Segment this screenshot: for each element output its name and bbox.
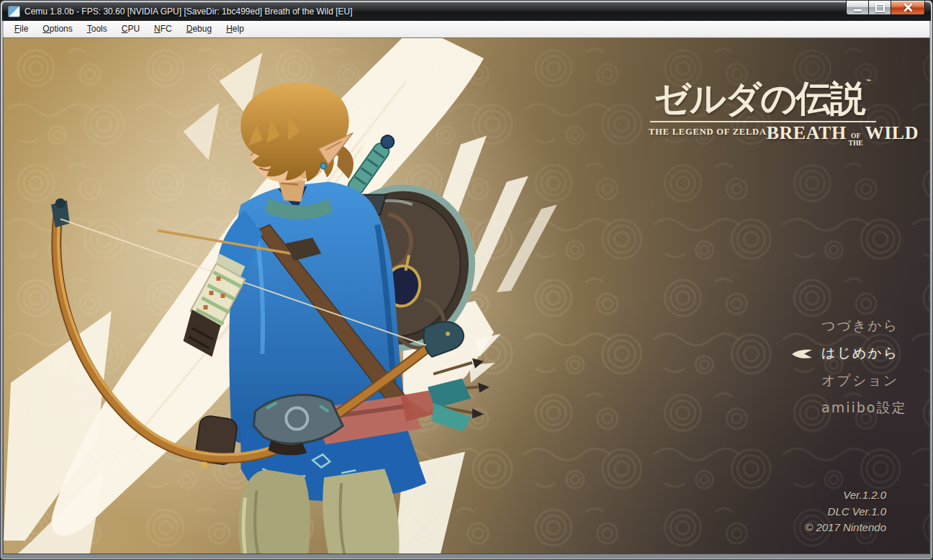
- menu-item-new-game[interactable]: はじめから: [821, 340, 906, 367]
- menu-item-continue[interactable]: つづきから: [821, 312, 906, 340]
- close-button[interactable]: [891, 1, 925, 15]
- menu-tools[interactable]: Tools: [80, 22, 114, 36]
- titlebar[interactable]: Cemu 1.8.0b - FPS: 30.60 [NVIDIA GPU] [S…: [2, 2, 931, 21]
- window-controls: [847, 1, 925, 15]
- version-info: Ver.1.2.0 DLC Ver.1.0 © 2017 Nintendo: [805, 487, 886, 536]
- game-version: Ver.1.2.0: [805, 487, 886, 504]
- title-menu: つづきから はじめから オプション amiibo設定: [821, 312, 906, 422]
- menu-nfc[interactable]: NFC: [147, 22, 179, 36]
- menu-options[interactable]: Options: [35, 22, 79, 36]
- game-logo: ゼルダの伝説™ THE LEGEND OF ZELDA BREATH OFTHE…: [649, 78, 878, 148]
- game-viewport: ゼルダの伝説™ THE LEGEND OF ZELDA BREATH OFTHE…: [4, 38, 929, 554]
- menu-file[interactable]: File: [7, 22, 35, 36]
- selection-cursor-icon: [791, 348, 813, 360]
- minimize-icon: [854, 9, 862, 12]
- cemu-window: Cemu 1.8.0b - FPS: 30.60 [NVIDIA GPU] [S…: [0, 0, 933, 560]
- menu-cpu[interactable]: CPU: [114, 22, 147, 36]
- minimize-button[interactable]: [846, 1, 869, 15]
- window-title: Cemu 1.8.0b - FPS: 30.60 [NVIDIA GPU] [S…: [24, 6, 353, 17]
- menubar: File Options Tools CPU NFC Debug Help: [4, 21, 929, 37]
- maximize-icon: [875, 4, 885, 12]
- menu-help[interactable]: Help: [219, 22, 251, 36]
- logo-breath: BREATH: [767, 124, 847, 143]
- menu-item-amiibo-settings[interactable]: amiibo設定: [821, 394, 906, 422]
- logo-of-the: OFTHE: [849, 133, 863, 148]
- logo-trademark: ™: [865, 78, 872, 86]
- logo-wild: WILD: [865, 124, 919, 143]
- logo-title-jp: ゼルダの伝説™: [649, 78, 878, 119]
- menu-item-options[interactable]: オプション: [821, 367, 906, 394]
- logo-subtitle-right: BREATH OFTHE WILD: [767, 124, 919, 148]
- logo-rule: [650, 121, 876, 122]
- menu-debug[interactable]: Debug: [179, 22, 219, 36]
- maximize-button[interactable]: [868, 1, 891, 15]
- close-icon: [903, 4, 913, 12]
- dlc-version: DLC Ver.1.0: [805, 504, 886, 520]
- cemu-app-icon: [8, 6, 20, 17]
- copyright: © 2017 Nintendo: [805, 520, 886, 536]
- logo-subtitle-left: THE LEGEND OF ZELDA: [649, 124, 767, 137]
